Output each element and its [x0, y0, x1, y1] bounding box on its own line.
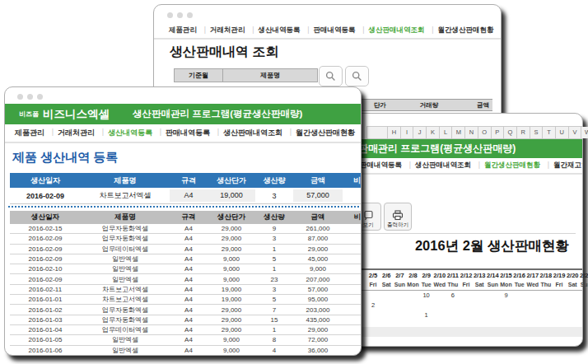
- tab-item[interactable]: 월간생산판매현황: [478, 161, 547, 170]
- calendar-column-header: 2/6 Sat: [380, 270, 393, 290]
- sheet-column-letter[interactable]: V: [569, 127, 582, 138]
- tab-item[interactable]: 생산내역등록: [101, 128, 159, 138]
- tab-item[interactable]: 생산판매내역조회: [408, 161, 478, 170]
- search-button[interactable]: [319, 66, 343, 86]
- sheet-column-letter[interactable]: Q: [504, 127, 517, 138]
- entry-header-cell: 생산량: [255, 175, 293, 186]
- cell-amount: 72,000: [293, 336, 343, 343]
- sheet-column-letter[interactable]: J: [413, 127, 427, 138]
- calendar-date: 2/17: [526, 270, 539, 281]
- window-control-dot[interactable]: [27, 94, 33, 100]
- sheet-column-letter[interactable]: W: [581, 127, 588, 138]
- tab-item[interactable]: 월간생산판매현황: [289, 128, 361, 138]
- table-row[interactable]: 2016-01-03 업무자동화엑셀 A4 29,000 15 435,000: [10, 315, 362, 325]
- tab-item[interactable]: 생산내역등록: [252, 26, 307, 35]
- sheet-column-letter[interactable]: O: [478, 127, 492, 138]
- entry-amount-cell[interactable]: 57,000: [293, 189, 343, 202]
- window-control-dot[interactable]: [187, 12, 193, 18]
- window-control-dot[interactable]: [37, 94, 43, 100]
- sheet-column-letter[interactable]: P: [492, 127, 505, 138]
- cell-date: 2016-02-09: [10, 276, 81, 283]
- filter-product-label[interactable]: 제품명: [222, 68, 318, 82]
- cell-price: 29,000: [208, 225, 255, 232]
- calendar-cell: [579, 291, 588, 301]
- calendar-cell: [539, 310, 553, 320]
- sheet-column-letter[interactable]: K: [427, 127, 440, 138]
- calendar-date: 2/20: [566, 270, 579, 281]
- calendar-cell: [393, 310, 406, 320]
- entry-date-cell[interactable]: 2016-02-09: [10, 192, 81, 200]
- sheet-column-letter[interactable]: I: [401, 127, 414, 138]
- calendar-day: Fri: [366, 281, 380, 290]
- tab-item[interactable]: 생산판매내역조회: [362, 26, 432, 35]
- table-row[interactable]: 2016-01-06 일반엑셀 A4 9,000 4 36,000: [10, 346, 362, 356]
- window-production-entry: 비즈폼 비즈니스엑셀 생산판매관리 프로그램(평균생산판매량) 제품관리거래처관…: [4, 86, 362, 356]
- entry-header-cell: 제품명: [81, 175, 170, 186]
- filter-month-label[interactable]: 기준월: [174, 68, 223, 82]
- calendar-column-header: 2/5 Fri: [366, 270, 380, 290]
- calendar-cell: [380, 310, 393, 320]
- table-row[interactable]: 2016-01-05 일반엑셀 A4 9,000 8 72,000: [10, 335, 362, 345]
- window-control-dot[interactable]: [17, 94, 23, 100]
- window-control-dot[interactable]: [177, 12, 183, 18]
- cell-qty: 1: [255, 265, 293, 273]
- calendar-column-header: 2/10 Wed: [433, 270, 446, 290]
- tab-item[interactable]: 제품관리: [162, 26, 203, 35]
- cell-product: 일반엑셀: [81, 275, 170, 284]
- sheet-column-letter[interactable]: N: [465, 127, 478, 138]
- table-row[interactable]: 2016-02-10 일반엑셀 A4 9,000 1 9,000: [10, 264, 362, 274]
- table-row[interactable]: 2016-02-09 일반엑셀 A4 9,000 5 45,000: [10, 254, 362, 264]
- entry-qty-cell[interactable]: 3: [255, 192, 293, 200]
- sheet-column-letter[interactable]: H: [388, 127, 401, 138]
- calendar-day: Mon: [406, 281, 419, 290]
- entry-product-cell[interactable]: 차트보고서엑셀: [81, 190, 170, 201]
- calendar-day: Sun: [393, 281, 406, 290]
- calendar-value-row: 2: [366, 301, 582, 310]
- calendar-date: 2/6: [380, 270, 393, 281]
- col-amount: 금액: [453, 101, 492, 110]
- sheet-column-letter[interactable]: M: [452, 127, 465, 138]
- tab-item[interactable]: 월간생산판매현황: [432, 26, 501, 35]
- entry-header-cell: 생산일자: [10, 175, 81, 186]
- calendar-cell: 6: [446, 291, 460, 301]
- search-button-2[interactable]: [345, 66, 369, 86]
- tab-item[interactable]: 거래처관리: [51, 128, 101, 138]
- table-row[interactable]: 2016-02-11 차트보고서엑셀 A4 19,000 3 57,000: [10, 285, 362, 295]
- sheet-column-letter[interactable]: R: [517, 127, 530, 138]
- tab-item[interactable]: 생산판매내역조회: [217, 128, 289, 138]
- entry-price-cell[interactable]: 19,000: [208, 189, 255, 202]
- calendar-date: 2/11: [446, 270, 460, 281]
- tab-item[interactable]: 판매내역등록: [307, 26, 362, 35]
- table-row[interactable]: 2016-02-15 업무자동화엑셀 A4 29,000 9 261,000: [10, 224, 362, 234]
- table-row[interactable]: 2016-01-01 차트보고서엑셀 A4 19,000 5 95,000: [10, 295, 362, 305]
- print-button[interactable]: 출력하기: [384, 203, 412, 231]
- calendar-column-header: 2/18 Thu: [539, 270, 553, 290]
- cell-product: 일반엑셀: [81, 254, 170, 264]
- tab-item[interactable]: 월간재고현황: [547, 161, 582, 170]
- cell-qty: 3: [255, 286, 293, 293]
- col-unit-price: 단가: [355, 101, 405, 110]
- tab-item[interactable]: 판매내역등록: [353, 161, 408, 170]
- tab-item[interactable]: 제품관리: [8, 128, 51, 138]
- sheet-column-letter[interactable]: U: [556, 127, 569, 138]
- sheet-column-letter[interactable]: T: [543, 127, 556, 138]
- entry-spec-cell[interactable]: A4: [170, 189, 208, 202]
- table-row[interactable]: 2016-02-09 업무데이터엑셀 A4 29,000 1 29,000: [10, 245, 362, 254]
- register-table-body: 2016-02-15 업무자동화엑셀 A4 29,000 9 261,000 2…: [10, 224, 362, 356]
- table-row[interactable]: 2016-02-09 업무자동화엑셀 A4 29,000 3 87,000: [10, 234, 362, 244]
- cell-price: 9,000: [208, 347, 255, 354]
- sheet-column-letter[interactable]: S: [530, 127, 544, 138]
- table-row[interactable]: 2016-02-09 일반엑셀 A4 9,000 23 207,000: [10, 274, 362, 284]
- tab-item[interactable]: 판매내역등록: [159, 128, 217, 138]
- window-control-dot[interactable]: [167, 12, 173, 18]
- table-row[interactable]: 2016-01-02 업무자동화엑셀 A4 29,000 7 203,000: [10, 305, 362, 315]
- cell-amount: 95,000: [293, 296, 343, 303]
- tab-item[interactable]: 거래처관리: [203, 26, 252, 35]
- sheet-column-letter[interactable]: L: [440, 127, 453, 138]
- calendar-day: Wed: [526, 281, 539, 290]
- cell-product: 업무데이터엑셀: [81, 245, 170, 254]
- cell-price: 29,000: [208, 245, 255, 253]
- brand-bar: 비즈폼 비즈니스엑셀 생산판매관리 프로그램(평균생산판매량): [5, 104, 361, 124]
- table-row[interactable]: 2016-01-04 업무데이터엑셀 A4 29,000 1 29,000: [10, 325, 362, 335]
- tab-item[interactable]: 월간재고현황: [501, 26, 502, 35]
